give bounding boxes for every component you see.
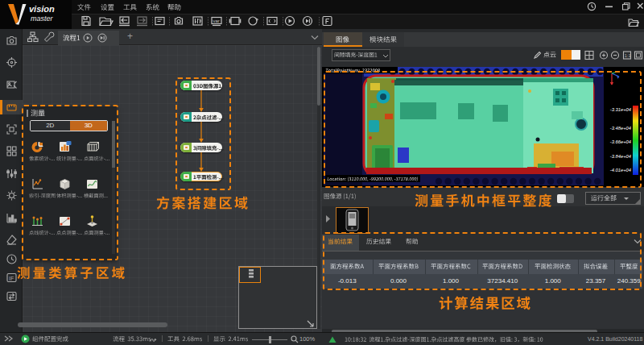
svg-text:vision: vision: [29, 4, 55, 14]
svg-text:var: var: [213, 19, 220, 23]
svg-text:master: master: [31, 15, 54, 23]
svg-text:1:1: 1:1: [625, 53, 631, 58]
svg-text:IF: IF: [9, 276, 14, 281]
